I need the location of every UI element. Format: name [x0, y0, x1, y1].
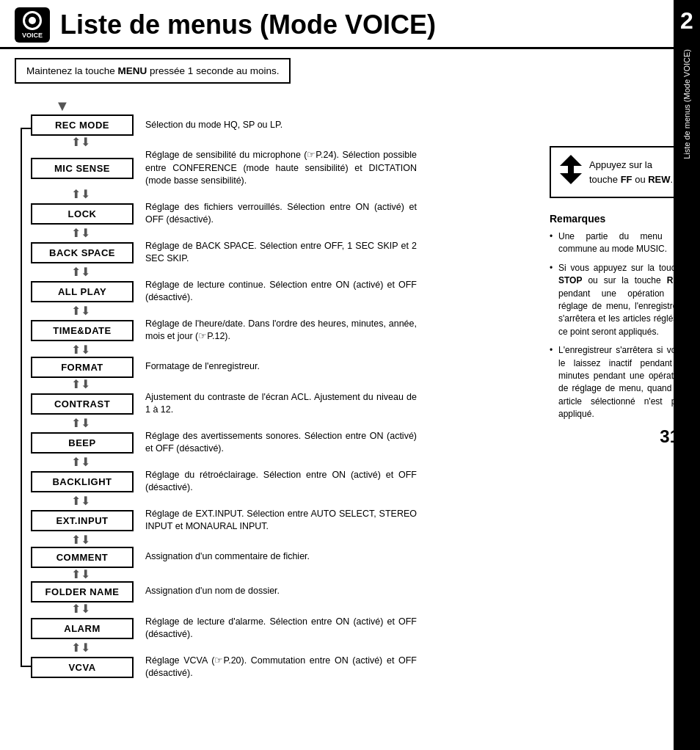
menu-desc-format: Formatage de l'enregistreur.: [145, 360, 260, 374]
menu-desc-ext-input: Réglage de EXT.INPUT. Sélection entre AU…: [145, 508, 417, 534]
menu-desc-comment: Assignation d'un commentaire de fichier.: [145, 550, 310, 564]
remarks-list: Une partie du menu est commune au mode M…: [550, 230, 685, 420]
menu-flow: REC MODE Sélection du mode HQ, SP ou LP.…: [31, 114, 535, 680]
page-header: VOICE Liste de menus (Mode VOICE): [0, 0, 700, 49]
menu-box-folder-name: FOLDER NAME: [31, 581, 134, 602]
ff-rew-box: Appuyez sur la touche FF ou REW.: [550, 146, 685, 198]
side-tab-number: 2: [680, 7, 693, 34]
connector: ⬆⬇: [31, 456, 535, 469]
flow-row: LOCK Réglage des fichiers verrouillés. S…: [31, 201, 535, 227]
flow-row: EXT.INPUT Réglage de EXT.INPUT. Sélectio…: [31, 508, 535, 534]
left-vertical-line: [21, 128, 22, 667]
intro-text-before: Maintenez la touche: [26, 65, 118, 76]
page-title: Liste de menus (Mode VOICE): [60, 10, 436, 40]
menu-box-alarm: ALARM: [31, 618, 134, 639]
connector: ⬆⬇: [31, 343, 535, 357]
connector: ⬆⬇: [31, 378, 535, 391]
flow-row: BACK SPACE Réglage de BACK SPACE. Sélect…: [31, 240, 535, 266]
page-number: 31: [550, 426, 685, 447]
menu-box-ext-input: EXT.INPUT: [31, 510, 134, 531]
menu-box-backlight: BACKLIGHT: [31, 471, 134, 492]
menu-desc-all-play: Réglage de lecture continue. Sélection e…: [145, 279, 417, 305]
connector: ⬆⬇: [31, 495, 535, 508]
menu-box-back-space: BACK SPACE: [31, 242, 134, 263]
menu-box-all-play: ALL PLAY: [31, 281, 134, 302]
connector: ⬆⬇: [31, 305, 535, 318]
connector: ⬆⬇: [31, 641, 535, 655]
side-tab-text: Liste de menus (Mode VOICE): [682, 49, 692, 159]
flow-row: BACKLIGHT Réglage du rétroéclairage. Sél…: [31, 469, 535, 495]
remark-item-3: L'enregistreur s'arrêtera si vous le lai…: [550, 344, 685, 420]
connector: ⬆⬇: [31, 534, 535, 547]
flow-row: CONTRAST Ajustement du contraste de l'éc…: [31, 391, 535, 417]
svg-marker-2: [560, 173, 582, 184]
logo: VOICE: [15, 7, 50, 43]
remark-item-1: Une partie du menu est commune au mode M…: [550, 230, 685, 256]
menu-desc-backlight: Réglage du rétroéclairage. Sélection ent…: [145, 469, 417, 495]
menu-box-comment: COMMENT: [31, 547, 134, 568]
flow-row: FORMAT Formatage de l'enregistreur.: [31, 357, 535, 378]
menu-desc-back-space: Réglage de BACK SPACE. Sélection entre O…: [145, 240, 417, 266]
flow-row: ALARM Réglage de lecture d'alarme. Sélec…: [31, 616, 535, 641]
left-content: Maintenez la touche MENU pressée 1 secon…: [15, 58, 550, 680]
connector: ⬆⬇: [31, 417, 535, 430]
intro-box: Maintenez la touche MENU pressée 1 secon…: [15, 58, 291, 84]
svg-marker-0: [560, 155, 582, 166]
connector: ⬆⬇: [31, 188, 535, 201]
menu-box-beep: BEEP: [31, 432, 134, 454]
flow-row: MIC SENSE Réglage de sensibilité du micr…: [31, 149, 535, 188]
remarks-section: Remarques Une partie du menu est commune…: [550, 213, 685, 420]
flow-row: ALL PLAY Réglage de lecture continue. Sé…: [31, 279, 535, 305]
menu-desc-mic-sense: Réglage de sensibilité du microphone (☞P…: [145, 149, 417, 188]
logo-text: VOICE: [22, 32, 43, 39]
remarks-title: Remarques: [550, 213, 685, 225]
ff-rew-icon: [560, 155, 582, 189]
menu-box-vcva: VCVA: [31, 657, 134, 678]
menu-desc-folder-name: Assignation d'un nom de dossier.: [145, 585, 280, 598]
flow-row: REC MODE Sélection du mode HQ, SP ou LP.: [31, 114, 535, 136]
menu-desc-rec-mode: Sélection du mode HQ, SP ou LP.: [145, 119, 282, 132]
flow-wrapper: REC MODE Sélection du mode HQ, SP ou LP.…: [15, 114, 535, 680]
menu-box-format: FORMAT: [31, 357, 134, 378]
connector: ⬆⬇: [31, 227, 535, 240]
right-sidebar: Appuyez sur la touche FF ou REW. Remarqu…: [550, 58, 685, 680]
ff-rew-text: Appuyez sur la touche FF ou REW.: [589, 158, 675, 186]
remark-item-2: Si vous appuyez sur la touche STOP ou su…: [550, 262, 685, 338]
connector: ⬆⬇: [31, 266, 535, 279]
flow-row: FOLDER NAME Assignation d'un nom de doss…: [31, 581, 535, 602]
svg-rect-3: [568, 165, 574, 174]
flow-row: TIME&DATE Réglage de l'heure/date. Dans …: [31, 318, 535, 343]
flow-row: COMMENT Assignation d'un commentaire de …: [31, 547, 535, 568]
menu-desc-beep: Réglage des avertissements sonores. Séle…: [145, 430, 417, 456]
menu-box-mic-sense: MIC SENSE: [31, 158, 134, 179]
connector: ⬆⬇: [31, 602, 535, 616]
main-content: Maintenez la touche MENU pressée 1 secon…: [0, 58, 700, 680]
intro-menu-bold: MENU: [118, 65, 147, 76]
intro-arrow: ▼: [15, 98, 535, 113]
menu-box-rec-mode: REC MODE: [31, 114, 134, 136]
intro-text-after: pressée 1 seconde au moins.: [147, 65, 279, 76]
menu-desc-contrast: Ajustement du contraste de l'écran ACL. …: [145, 391, 417, 417]
flow-row: VCVA Réglage VCVA (☞P.20). Commutation e…: [31, 655, 535, 680]
menu-box-contrast: CONTRAST: [31, 393, 134, 415]
menu-box-time-date: TIME&DATE: [31, 320, 134, 341]
menu-desc-vcva: Réglage VCVA (☞P.20). Commutation entre …: [145, 655, 417, 680]
menu-desc-time-date: Réglage de l'heure/date. Dans l'ordre de…: [145, 318, 417, 343]
menu-box-lock: LOCK: [31, 203, 134, 225]
menu-desc-alarm: Réglage de lecture d'alarme. Sélection e…: [145, 616, 417, 641]
connector: ⬆⬇: [31, 568, 535, 581]
menu-desc-lock: Réglage des fichiers verrouillés. Sélect…: [145, 201, 417, 227]
flow-row: BEEP Réglage des avertissements sonores.…: [31, 430, 535, 456]
connector: ⬆⬇: [31, 136, 535, 149]
